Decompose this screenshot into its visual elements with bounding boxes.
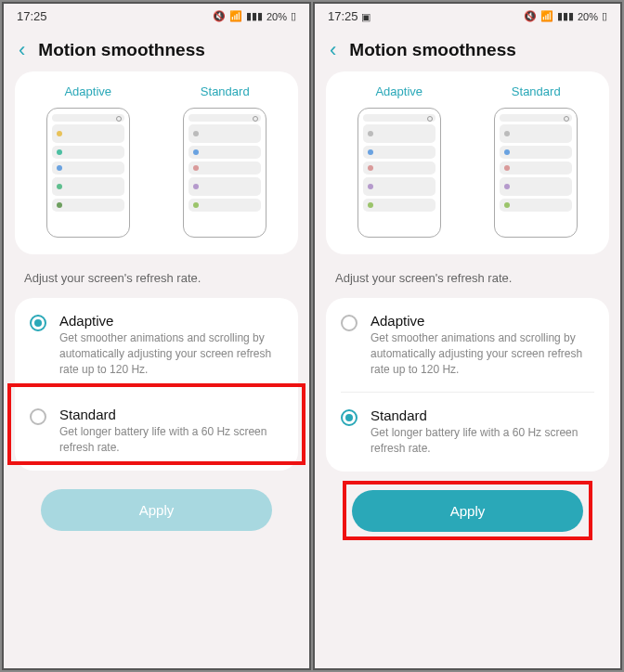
preview-adaptive[interactable]: Adaptive [335,84,463,238]
statusbar: 17:25 ▣ 🔇 📶 ▮▮▮ 20% ▯ [315,4,620,29]
option-standard[interactable]: Standard Get longer battery life with a … [326,393,609,472]
preview-standard-label: Standard [512,84,561,98]
battery-percent: 20% [266,11,287,22]
signal-icon: ▮▮▮ [557,10,574,22]
mockup-bigrow [52,124,124,143]
status-icons: 🔇 📶 ▮▮▮ 20% ▯ [213,10,296,22]
apply-container: Apply [315,472,620,550]
wifi-icon: 📶 [540,10,553,22]
description-text: Adjust your screen's refresh rate. [4,267,309,298]
mockup-search [52,114,124,122]
phone-mockup-adaptive [46,108,130,238]
preview-card: Adaptive Standard [326,71,609,254]
wifi-icon: 📶 [229,10,242,22]
preview-card: Adaptive Standard [15,71,298,254]
option-adaptive-title: Adaptive [370,313,594,329]
battery-icon: ▯ [291,10,296,22]
statusbar: 17:25 🔇 📶 ▮▮▮ 20% ▯ [4,4,309,29]
preview-adaptive[interactable]: Adaptive [24,84,152,238]
option-standard-desc: Get longer battery life with a 60 Hz scr… [370,425,594,457]
phone-mockup-standard [494,108,578,238]
radio-standard[interactable] [341,409,358,426]
mute-icon: 🔇 [524,10,537,22]
option-standard[interactable]: Standard Get longer battery life with a … [15,392,298,471]
header: ‹ Motion smoothness [315,29,620,71]
option-standard-desc: Get longer battery life with a 60 Hz scr… [59,424,283,456]
status-time: 17:25 ▣ [328,9,370,23]
option-adaptive[interactable]: Adaptive Get smoother animations and scr… [326,298,609,392]
signal-icon: ▮▮▮ [246,10,263,22]
option-adaptive[interactable]: Adaptive Get smoother animations and scr… [15,298,298,392]
preview-standard[interactable]: Standard [162,84,290,238]
apply-container: Apply [4,471,309,549]
radio-standard[interactable] [30,408,46,425]
back-icon[interactable]: ‹ [330,38,336,62]
apply-button[interactable]: Apply [41,489,272,531]
option-standard-title: Standard [59,407,283,422]
battery-percent: 20% [578,11,598,22]
option-adaptive-desc: Get smoother animations and scrolling by… [59,330,283,377]
radio-adaptive[interactable] [341,315,358,331]
mute-icon: 🔇 [213,10,226,22]
option-adaptive-desc: Get smoother animations and scrolling by… [370,330,594,377]
option-adaptive-title: Adaptive [59,313,283,329]
preview-standard-label: Standard [201,84,250,98]
radio-adaptive[interactable] [30,315,46,331]
options-card: Adaptive Get smoother animations and scr… [326,298,609,472]
preview-adaptive-label: Adaptive [64,84,111,98]
screen-left: 17:25 🔇 📶 ▮▮▮ 20% ▯ ‹ Motion smoothness … [2,2,311,670]
option-standard-title: Standard [370,407,594,423]
phone-mockup-standard [183,108,266,238]
options-card: Adaptive Get smoother animations and scr… [15,298,298,471]
screenshot-icon: ▣ [361,11,370,22]
page-title: Motion smoothness [349,40,515,60]
back-icon[interactable]: ‹ [19,38,25,62]
status-time: 17:25 [17,9,47,23]
status-icons: 🔇 📶 ▮▮▮ 20% ▯ [524,10,607,22]
preview-adaptive-label: Adaptive [375,84,422,98]
battery-icon: ▯ [602,10,607,22]
screen-right: 17:25 ▣ 🔇 📶 ▮▮▮ 20% ▯ ‹ Motion smoothnes… [313,2,622,670]
phone-mockup-adaptive [358,108,441,238]
header: ‹ Motion smoothness [4,29,309,71]
preview-standard[interactable]: Standard [473,84,601,238]
apply-button[interactable]: Apply [352,490,583,532]
description-text: Adjust your screen's refresh rate. [315,267,620,298]
page-title: Motion smoothness [38,40,204,60]
